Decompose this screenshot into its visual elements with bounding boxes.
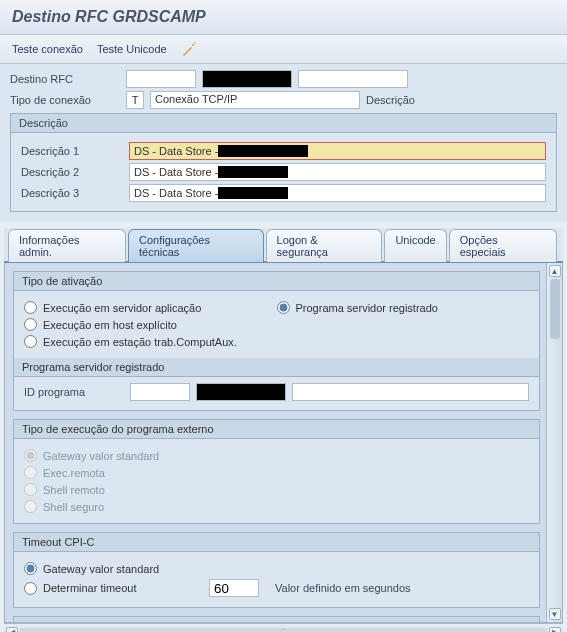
tab-logon-seguranca[interactable]: Logon & segurança [266, 229, 383, 262]
hscroll-left-button[interactable]: ◀ [6, 627, 18, 633]
horizontal-scrollbar[interactable]: ◀ ▶ [4, 623, 563, 632]
radio-exec-remota-label: Exec.remota [43, 467, 105, 479]
scroll-thumb[interactable] [550, 279, 560, 339]
timeout-legend: Timeout CPI-C [14, 533, 539, 552]
radio-gateway-standard-ext [24, 449, 37, 462]
radio-exec-remota [24, 466, 37, 479]
destino-rfc-suffix [298, 70, 408, 88]
radio-gateway-standard-timeout-label: Gateway valor standard [43, 563, 159, 575]
tab-content: Tipo de ativação Execução em servidor ap… [4, 263, 563, 623]
radio-exec-estacao-trab[interactable] [24, 335, 37, 348]
ext-exec-group: Tipo de execução do programa externo Gat… [13, 419, 540, 524]
descricao3-redacted [218, 187, 288, 199]
hscroll-right-button[interactable]: ▶ [549, 627, 561, 633]
tab-info-admin[interactable]: Informações admin. [8, 229, 126, 262]
radio-shell-seguro [24, 500, 37, 513]
scroll-down-button[interactable]: ▼ [549, 608, 561, 620]
scroll-up-button[interactable]: ▲ [549, 265, 561, 277]
tipo-text-field: Conexão TCP/IP [150, 91, 360, 109]
title-bar: Destino RFC GRDSCAMP [0, 0, 567, 35]
chevron-left-icon: ◀ [9, 628, 15, 632]
tabs-container: Informações admin. Configurações técnica… [0, 222, 567, 632]
ext-exec-legend: Tipo de execução do programa externo [14, 420, 539, 439]
prog-id-value[interactable] [196, 383, 286, 401]
tipo-code-box: T [126, 91, 144, 109]
destino-rfc-prefix [126, 70, 196, 88]
hscroll-track[interactable] [20, 628, 547, 633]
chevron-up-icon: ▲ [551, 267, 559, 276]
destino-rfc-label: Destino RFC [10, 73, 120, 85]
descricao3-prefix: DS - Data Store - [134, 187, 218, 199]
vertical-scrollbar[interactable]: ▲ ▼ [546, 263, 562, 622]
port-opts-group: Opções porta conversão [13, 616, 540, 622]
toolbar: Teste conexão Teste Unicode [0, 35, 567, 64]
descricao-side-label: Descrição [366, 94, 415, 106]
prog-id-label: ID programa [24, 386, 124, 398]
radio-exec-servidor-app[interactable] [24, 301, 37, 314]
descricao2-prefix: DS - Data Store - [134, 166, 218, 178]
test-connection-button[interactable]: Teste conexão [12, 43, 83, 55]
descricao2-label: Descrição 2 [21, 166, 121, 178]
radio-determinar-timeout[interactable] [24, 582, 37, 595]
svg-point-0 [192, 44, 194, 46]
port-opts-legend: Opções porta conversão [14, 617, 539, 622]
descricao-group: Descrição Descrição 1 DS - Data Store - … [10, 113, 557, 212]
descricao1-prefix: DS - Data Store - [134, 145, 218, 157]
destino-rfc-value [202, 70, 292, 88]
tab-opcoes-especiais[interactable]: Opções especiais [449, 229, 557, 262]
timeout-seconds-label: Valor definido em segundos [275, 582, 411, 594]
chevron-right-icon: ▶ [552, 628, 558, 632]
descricao-legend: Descrição [11, 114, 556, 133]
descricao2-redacted [218, 166, 288, 178]
timeout-group: Timeout CPI-C Gateway valor standard Det… [13, 532, 540, 608]
activation-group: Tipo de ativação Execução em servidor ap… [13, 271, 540, 411]
radio-exec-host-explicito-label: Execução em host explícito [43, 319, 177, 331]
page-title: Destino RFC GRDSCAMP [12, 8, 555, 26]
descricao3-input[interactable]: DS - Data Store - [129, 184, 546, 202]
radio-shell-seguro-label: Shell seguro [43, 501, 104, 513]
activation-legend: Tipo de ativação [14, 272, 539, 291]
descricao2-input[interactable]: DS - Data Store - [129, 163, 546, 181]
descricao1-label: Descrição 1 [21, 145, 121, 157]
tabstrip: Informações admin. Configurações técnica… [4, 228, 563, 263]
tab-config-tecnicas[interactable]: Configurações técnicas [128, 229, 264, 262]
tab-unicode[interactable]: Unicode [384, 229, 446, 262]
radio-exec-estacao-trab-label: Execução em estação trab.ComputAux. [43, 336, 237, 348]
radio-programa-registrado-label: Programa servidor registrado [296, 302, 438, 314]
prog-id-suffix [292, 383, 529, 401]
radio-exec-host-explicito[interactable] [24, 318, 37, 331]
radio-gateway-standard-ext-label: Gateway valor standard [43, 450, 159, 462]
radio-programa-registrado[interactable] [277, 301, 290, 314]
radio-shell-remoto-label: Shell remoto [43, 484, 105, 496]
radio-gateway-standard-timeout[interactable] [24, 562, 37, 575]
svg-point-1 [194, 42, 196, 44]
descricao3-label: Descrição 3 [21, 187, 121, 199]
descricao1-redacted [218, 145, 308, 157]
radio-determinar-timeout-label: Determinar timeout [43, 582, 203, 594]
tipo-conexao-label: Tipo de conexão [10, 94, 120, 106]
descricao1-input[interactable]: DS - Data Store - [129, 142, 546, 160]
test-unicode-button[interactable]: Teste Unicode [97, 43, 167, 55]
prog-id-prefix [130, 383, 190, 401]
chevron-down-icon: ▼ [551, 610, 559, 619]
radio-shell-remoto [24, 483, 37, 496]
radio-exec-servidor-app-label: Execução em servidor aplicação [43, 302, 201, 314]
header-form: Destino RFC Tipo de conexão T Conexão TC… [0, 64, 567, 222]
reg-server-legend: Programa servidor registrado [14, 358, 539, 377]
wand-icon[interactable] [181, 41, 197, 57]
timeout-value-input[interactable] [209, 579, 259, 597]
